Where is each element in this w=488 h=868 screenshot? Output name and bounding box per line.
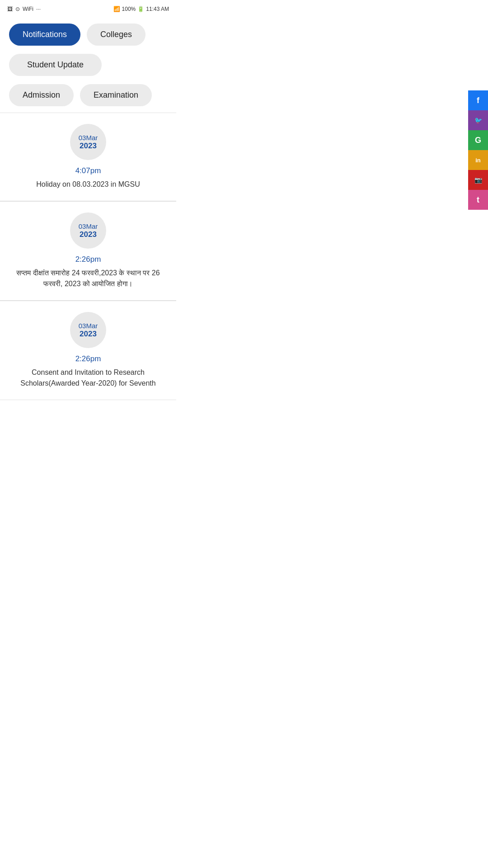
date-circle-1: 03Mar 2023 [70, 124, 106, 160]
date-year-1: 2023 [80, 142, 97, 151]
date-year-2: 2023 [80, 230, 97, 239]
status-bar: 🖼 ⊙ WiFi ··· 📶 100% 🔋 11:43 AM [0, 0, 176, 16]
status-left-icons: 🖼 ⊙ WiFi ··· [7, 6, 41, 12]
date-month-1: 03Mar [79, 134, 98, 142]
date-year-3: 2023 [80, 330, 97, 339]
notification-card-2: 03Mar 2023 2:26pm सप्तम दीक्षांत समारोह … [0, 201, 176, 301]
notification-card-3: 03Mar 2023 2:26pm Consent and Invitation… [0, 301, 176, 400]
filter-row-3: Admission Examination [0, 80, 176, 113]
notification-text-2: सप्तम दीक्षांत समारोह 24 फरवरी,2023 के स… [9, 268, 167, 289]
status-right-icons: 📶 100% 🔋 11:43 AM [113, 6, 169, 12]
colleges-tab[interactable]: Colleges [87, 24, 145, 46]
dots-icon: ··· [36, 6, 41, 12]
target-icon: ⊙ [15, 6, 20, 12]
battery-text: 100% [122, 6, 136, 12]
wifi-icon: WiFi [23, 6, 33, 12]
notifications-tab[interactable]: Notifications [9, 24, 80, 46]
battery-icon: 🔋 [137, 6, 144, 12]
date-month-2: 03Mar [79, 222, 98, 230]
date-circle-2: 03Mar 2023 [70, 212, 106, 249]
notification-time-2: 2:26pm [75, 255, 101, 264]
examination-tab[interactable]: Examination [80, 84, 152, 106]
notification-text-3: Consent and Invitation to Research Schol… [9, 367, 167, 389]
image-icon: 🖼 [7, 6, 13, 12]
notifications-list: 03Mar 2023 4:07pm Holiday on 08.03.2023 … [0, 113, 176, 400]
notification-time-3: 2:26pm [75, 354, 101, 363]
filter-row-2: Student Update [0, 49, 176, 80]
notification-card: 03Mar 2023 4:07pm Holiday on 08.03.2023 … [0, 113, 176, 201]
wifi-signal-icon: 📶 [113, 6, 120, 12]
date-month-3: 03Mar [79, 322, 98, 330]
admission-tab[interactable]: Admission [9, 84, 74, 106]
notification-text-1: Holiday on 08.03.2023 in MGSU [36, 179, 140, 190]
student-update-tab[interactable]: Student Update [9, 54, 102, 76]
notification-time-1: 4:07pm [75, 166, 101, 175]
filter-row-1: Notifications Colleges [0, 16, 176, 49]
date-circle-3: 03Mar 2023 [70, 312, 106, 348]
clock-time: 11:43 AM [146, 6, 169, 12]
